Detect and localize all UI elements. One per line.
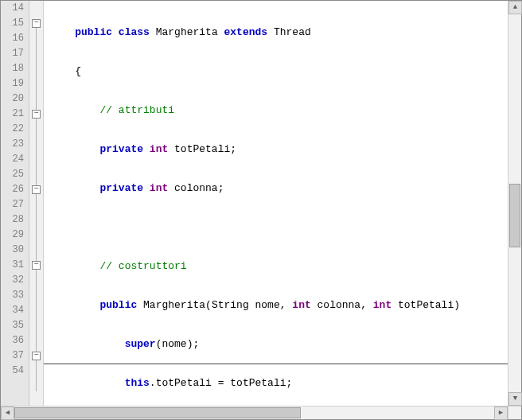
fold-toggle[interactable]: − xyxy=(32,261,41,270)
scroll-down-button[interactable]: ▼ xyxy=(508,392,522,406)
scroll-left-button[interactable]: ◀ xyxy=(1,406,14,420)
line-number: 27 xyxy=(1,197,29,212)
line-number: 24 xyxy=(1,152,29,167)
fold-toggle[interactable]: − xyxy=(32,19,41,28)
code-line[interactable]: this.totPetali = totPetali; xyxy=(44,375,508,391)
code-line[interactable]: public Margherita(String nome, int colon… xyxy=(44,298,508,313)
vertical-scrollbar[interactable]: ▲ ▼ xyxy=(508,1,521,406)
code-line[interactable] xyxy=(44,220,508,235)
line-number: 25 xyxy=(1,167,29,182)
fold-column: − − − − − xyxy=(29,1,44,406)
line-number: 20 xyxy=(1,91,29,107)
collapsed-region-separator xyxy=(44,364,508,364)
vertical-scroll-thumb[interactable] xyxy=(509,184,520,247)
line-number: 54 xyxy=(1,364,29,379)
code-line[interactable]: // costruttori xyxy=(44,259,508,274)
line-number: 28 xyxy=(1,212,29,228)
code-line[interactable]: { xyxy=(44,64,508,79)
code-area[interactable]: public class Margherita extends Thread {… xyxy=(44,1,508,406)
line-number-gutter: 14 15 16 17 18 19 20 21 22 23 24 25 26 2… xyxy=(1,1,29,406)
scroll-right-button[interactable]: ▶ xyxy=(494,406,508,420)
line-number: 30 xyxy=(1,243,29,258)
line-number: 15 xyxy=(1,16,29,31)
code-line[interactable]: // attributi xyxy=(44,103,508,118)
line-number: 26 xyxy=(1,182,29,197)
line-number: 35 xyxy=(1,318,29,333)
code-line[interactable]: private int colonna; xyxy=(44,181,508,196)
line-number: 33 xyxy=(1,288,29,303)
code-editor-viewport[interactable]: 14 15 16 17 18 19 20 21 22 23 24 25 26 2… xyxy=(1,1,508,406)
scroll-up-button[interactable]: ▲ xyxy=(508,1,522,14)
line-number: 29 xyxy=(1,228,29,243)
line-number: 16 xyxy=(1,31,29,46)
code-line[interactable]: public class Margherita extends Thread xyxy=(44,25,508,40)
horizontal-scrollbar[interactable]: ◀ ▶ xyxy=(1,406,508,419)
code-line[interactable]: private int totPetali; xyxy=(44,142,508,157)
fold-toggle[interactable]: − xyxy=(32,110,41,119)
line-number: 31 xyxy=(1,258,29,273)
line-number: 22 xyxy=(1,122,29,137)
scrollbar-corner xyxy=(508,406,521,419)
horizontal-scroll-thumb[interactable] xyxy=(14,407,301,418)
line-number: 37 xyxy=(1,348,29,364)
line-number: 34 xyxy=(1,303,29,318)
line-number: 36 xyxy=(1,333,29,348)
line-number: 17 xyxy=(1,46,29,61)
line-number: 19 xyxy=(1,76,29,91)
line-number: 32 xyxy=(1,273,29,288)
line-number: 18 xyxy=(1,61,29,76)
code-line[interactable]: super(nome); xyxy=(44,336,508,352)
fold-guide-line xyxy=(36,27,37,391)
line-number: 14 xyxy=(1,1,29,16)
line-number: 23 xyxy=(1,137,29,152)
fold-toggle[interactable]: − xyxy=(32,352,41,360)
code-editor-frame: 14 15 16 17 18 19 20 21 22 23 24 25 26 2… xyxy=(0,0,522,420)
fold-toggle[interactable]: − xyxy=(32,185,41,194)
line-number: 21 xyxy=(1,107,29,122)
